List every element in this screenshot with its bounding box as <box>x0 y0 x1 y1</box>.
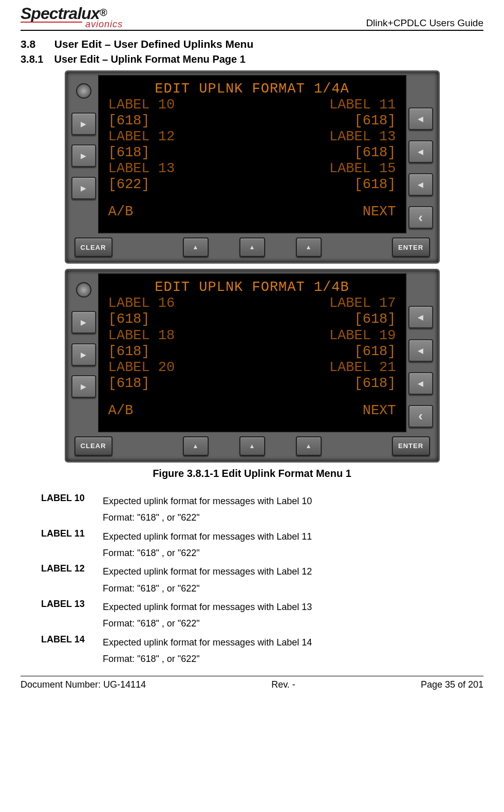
field-label: LABEL 21 <box>329 360 396 376</box>
header-bar: Spectralux® avionics Dlink+CPDLC Users G… <box>21 5 483 31</box>
next-link[interactable]: NEXT <box>363 204 396 220</box>
desc-row: LABEL 12 Expected uplink format for mess… <box>41 563 483 597</box>
bottom-softkey-2[interactable] <box>239 436 265 456</box>
ab-toggle[interactable]: A/B <box>108 403 134 419</box>
desc-row: LABEL 13 Expected uplink format for mess… <box>41 599 483 632</box>
desc-label: LABEL 10 <box>41 493 103 526</box>
subsection-num: 3.8.1 <box>21 53 51 65</box>
desc-label: LABEL 12 <box>41 563 103 597</box>
desc-row: LABEL 11 Expected uplink format for mess… <box>41 528 483 562</box>
left-softkeys <box>69 75 98 233</box>
logo-rule <box>21 22 82 23</box>
subsection-heading: 3.8.1 User Edit – Uplink Format Menu Pag… <box>21 53 483 65</box>
lsk-r3[interactable] <box>408 372 433 395</box>
bottom-softkey-1[interactable] <box>183 237 209 257</box>
desc-label: LABEL 11 <box>41 528 103 562</box>
bottom-buttons: CLEAR ENTER <box>69 233 435 259</box>
field-label: LABEL 15 <box>329 161 396 177</box>
logo-reg-mark: ® <box>100 7 107 18</box>
clear-button[interactable]: CLEAR <box>74 436 113 456</box>
field-value[interactable]: [622] <box>108 177 150 193</box>
doc-number: Document Number: UG-14114 <box>21 679 146 690</box>
section-title: User Edit – User Defined Uplinks Menu <box>54 38 253 50</box>
left-softkeys <box>69 273 98 432</box>
field-value[interactable]: [618] <box>354 311 396 327</box>
desc-label: LABEL 13 <box>41 599 103 632</box>
cdu-device-a: EDIT UPLNK FORMAT 1/4A LABEL 10LABEL 11 … <box>65 70 440 264</box>
field-label: LABEL 20 <box>108 360 175 376</box>
enter-button[interactable]: ENTER <box>392 436 430 456</box>
section-heading: 3.8 User Edit – User Defined Uplinks Men… <box>21 38 483 50</box>
page-footer: Document Number: UG-14114 Rev. - Page 35… <box>21 676 483 700</box>
clear-button[interactable]: CLEAR <box>74 237 113 257</box>
field-value[interactable]: [618] <box>354 113 396 129</box>
desc-row: LABEL 10 Expected uplink format for mess… <box>41 493 483 526</box>
screen-title: EDIT UPLNK FORMAT 1/4A <box>108 81 396 97</box>
desc-label: LABEL 14 <box>41 634 103 668</box>
bottom-softkey-2[interactable] <box>239 237 265 257</box>
field-label: LABEL 11 <box>329 97 396 113</box>
knob-icon[interactable] <box>76 83 91 99</box>
revision: Rev. - <box>271 679 295 690</box>
lsk-l1[interactable] <box>71 113 96 135</box>
field-value[interactable]: [618] <box>108 344 150 360</box>
field-label: LABEL 19 <box>329 328 396 344</box>
desc-row: LABEL 14 Expected uplink format for mess… <box>41 634 483 668</box>
enter-button[interactable]: ENTER <box>392 237 430 257</box>
field-value[interactable]: [618] <box>108 376 150 392</box>
field-label: LABEL 16 <box>108 296 175 311</box>
desc-text: Expected uplink format for messages with… <box>103 528 312 562</box>
lsk-r3[interactable] <box>408 173 433 196</box>
bottom-softkey-3[interactable] <box>296 436 322 456</box>
field-label: LABEL 12 <box>108 129 175 145</box>
desc-text: Expected uplink format for messages with… <box>103 599 312 632</box>
section-num: 3.8 <box>21 38 51 50</box>
desc-text: Expected uplink format for messages with… <box>103 563 312 597</box>
lsk-l1[interactable] <box>71 311 96 334</box>
guide-title: Dlink+CPDLC Users Guide <box>366 17 483 29</box>
figure-caption: Figure 3.8.1-1 Edit Uplink Format Menu 1 <box>21 468 483 479</box>
cdu-screen-a: EDIT UPLNK FORMAT 1/4A LABEL 10LABEL 11 … <box>98 75 406 233</box>
logo-text-a: Spectra <box>21 4 77 23</box>
field-value[interactable]: [618] <box>108 145 150 161</box>
page-number: Page 35 of 201 <box>421 679 483 690</box>
logo: Spectralux® avionics <box>21 5 123 29</box>
lsk-l3[interactable] <box>71 177 96 199</box>
field-value[interactable]: [618] <box>108 311 150 327</box>
ab-toggle[interactable]: A/B <box>108 204 134 220</box>
bottom-softkey-1[interactable] <box>183 436 209 456</box>
field-value[interactable]: [618] <box>354 177 396 193</box>
lsk-r1[interactable] <box>408 107 433 130</box>
lsk-l2[interactable] <box>71 343 96 366</box>
field-label: LABEL 17 <box>329 296 396 311</box>
field-label: LABEL 10 <box>108 97 175 113</box>
description-table: LABEL 10 Expected uplink format for mess… <box>41 493 483 668</box>
cdu-device-b: EDIT UPLNK FORMAT 1/4B LABEL 16LABEL 17 … <box>65 269 440 462</box>
field-value[interactable]: [618] <box>354 145 396 161</box>
field-label: LABEL 13 <box>108 161 175 177</box>
right-softkeys <box>406 75 435 233</box>
lsk-r1[interactable] <box>408 306 433 328</box>
field-label: LABEL 18 <box>108 328 175 344</box>
cdu-screen-b: EDIT UPLNK FORMAT 1/4B LABEL 16LABEL 17 … <box>98 273 406 432</box>
desc-text: Expected uplink format for messages with… <box>103 493 312 526</box>
knob-icon[interactable] <box>76 282 91 298</box>
lsk-l2[interactable] <box>71 144 96 167</box>
lsk-r2[interactable] <box>408 339 433 362</box>
field-value[interactable]: [618] <box>354 376 396 392</box>
lsk-r4-back[interactable] <box>408 206 433 229</box>
bottom-softkey-3[interactable] <box>296 237 322 257</box>
lsk-r2[interactable] <box>408 140 433 163</box>
right-softkeys <box>406 273 435 432</box>
field-value[interactable]: [618] <box>108 113 150 129</box>
logo-sub: avionics <box>85 20 123 29</box>
subsection-title: User Edit – Uplink Format Menu Page 1 <box>54 53 246 65</box>
desc-text: Expected uplink format for messages with… <box>103 634 312 668</box>
field-label: LABEL 13 <box>329 129 396 145</box>
lsk-r4-back[interactable] <box>408 405 433 428</box>
screen-title: EDIT UPLNK FORMAT 1/4B <box>108 280 396 296</box>
field-value[interactable]: [618] <box>354 344 396 360</box>
bottom-buttons: CLEAR ENTER <box>69 432 435 458</box>
next-link[interactable]: NEXT <box>363 403 396 419</box>
lsk-l3[interactable] <box>71 375 96 398</box>
